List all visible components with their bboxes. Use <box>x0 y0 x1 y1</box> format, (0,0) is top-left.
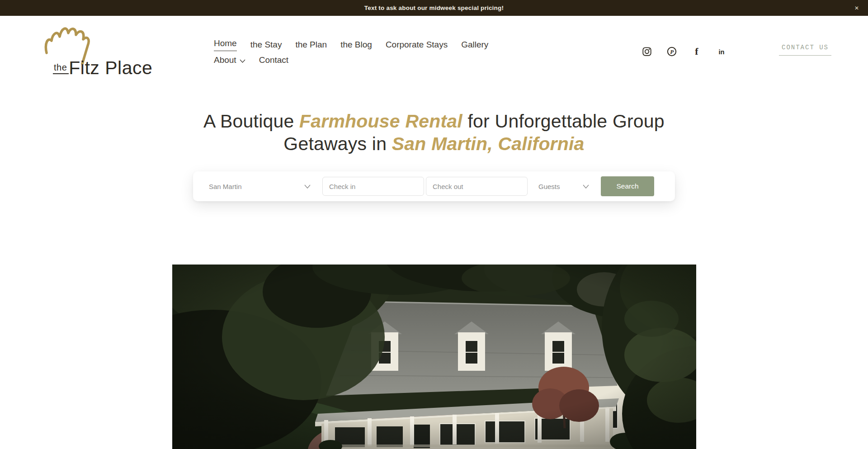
search-button[interactable]: Search <box>601 176 654 196</box>
location-value: San Martin <box>209 183 242 190</box>
facebook-link[interactable]: f <box>692 47 702 57</box>
chevron-down-icon <box>304 184 311 189</box>
farmhouse-aerial-image <box>172 265 696 449</box>
chevron-down-icon <box>240 59 245 63</box>
heading-accent-location: San Martin, California <box>392 133 585 154</box>
logo-prefix: the <box>53 62 69 74</box>
site-header: theFitz Place Home the Stay the Plan the… <box>0 16 868 97</box>
nav-item-the-stay[interactable]: the Stay <box>250 38 282 51</box>
social-links: P f in <box>642 47 726 57</box>
check-out-input[interactable] <box>426 177 528 196</box>
instagram-icon <box>642 47 652 57</box>
hero-video[interactable] <box>172 265 696 449</box>
instagram-link[interactable] <box>642 47 652 57</box>
contact-us-button[interactable]: CONTACT US <box>779 44 831 56</box>
linkedin-link[interactable]: in <box>717 47 726 57</box>
chevron-down-icon <box>583 184 589 189</box>
booking-search-bar: San Martin Guests Search <box>193 171 675 201</box>
pinterest-link[interactable]: P <box>667 47 677 57</box>
nav-item-home[interactable]: Home <box>214 38 237 51</box>
page-title: A Boutique Farmhouse Rental for Unforget… <box>185 110 683 155</box>
guests-select[interactable]: Guests <box>538 183 589 190</box>
main-nav: Home the Stay the Plan the Blog Corporat… <box>214 38 530 65</box>
close-icon[interactable]: ✕ <box>854 5 859 11</box>
guests-value: Guests <box>538 183 560 190</box>
svg-text:P: P <box>670 49 674 55</box>
heading-accent-farmhouse-rental: Farmhouse Rental <box>299 111 462 132</box>
nav-item-corporate-stays[interactable]: Corporate Stays <box>386 38 448 51</box>
check-in-input[interactable] <box>322 177 424 196</box>
svg-text:f: f <box>695 47 698 57</box>
nav-item-the-plan[interactable]: the Plan <box>295 38 327 51</box>
facebook-icon: f <box>692 47 702 57</box>
announcement-text: Text to ask about our midweek special pr… <box>364 5 504 11</box>
nav-item-the-blog[interactable]: the Blog <box>340 38 372 51</box>
nav-item-contact[interactable]: Contact <box>259 55 288 65</box>
announcement-bar: Text to ask about our midweek special pr… <box>0 0 868 16</box>
logo-text: theFitz Place <box>53 57 152 79</box>
linkedin-icon: in <box>717 47 726 57</box>
nav-item-about[interactable]: About <box>214 55 245 65</box>
nav-item-gallery[interactable]: Gallery <box>461 38 488 51</box>
heading-text: A Boutique <box>203 111 299 132</box>
logo-name: Fitz Place <box>69 57 152 78</box>
svg-text:in: in <box>718 48 724 56</box>
pinterest-icon: P <box>667 47 677 57</box>
location-select[interactable]: San Martin <box>209 183 311 190</box>
